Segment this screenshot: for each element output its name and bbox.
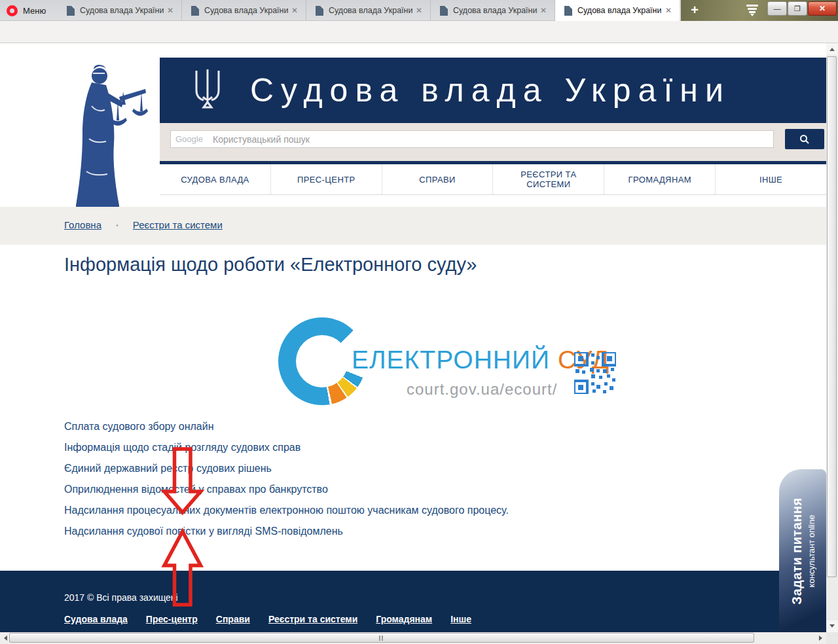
tab-title: Судова влада України — [329, 6, 413, 15]
link-email-documents[interactable]: Надсилання процесуальних документів елек… — [64, 505, 509, 516]
list-item: Єдиний державний реєстр судових рішень — [64, 458, 509, 479]
ecourt-services-list: Сплата судового збору онлайн Інформація … — [64, 416, 509, 542]
tab-close-icon[interactable]: ✕ — [413, 6, 425, 15]
list-item: Сплата судового збору онлайн — [64, 416, 509, 437]
browser-tab-1[interactable]: Судова влада України ✕ — [58, 0, 182, 21]
window-close-button[interactable]: ✕ — [808, 1, 837, 16]
footer-links: Судова влада Прес-центр Справи Реєстри т… — [64, 614, 471, 624]
tab-close-icon[interactable]: ✕ — [289, 6, 301, 15]
list-item: Надсилання судової повістки у вигляді SM… — [64, 521, 509, 542]
themis-statue-illustration — [63, 60, 151, 207]
footer-link-pres-centr[interactable]: Прес-центр — [146, 614, 198, 624]
ecourt-logo-url: court.gov.ua/ecourt/ — [407, 380, 557, 399]
opera-logo-icon — [7, 5, 18, 16]
link-bankruptcy-disclosure[interactable]: Оприлюднення відомостей у справах про ба… — [64, 484, 328, 495]
vertical-scrollbar[interactable] — [826, 43, 838, 632]
footer-link-sudova-vlada[interactable]: Судова влада — [64, 614, 128, 624]
link-court-decisions-registry[interactable]: Єдиний державний реєстр судових рішень — [64, 463, 272, 474]
nav-item-pres-centr[interactable]: ПРЕС-ЦЕНТР — [270, 164, 382, 194]
consultant-title: Задати питання — [790, 497, 805, 604]
footer-link-hromadianam[interactable]: Громадянам — [376, 614, 432, 624]
site-header: Судова влада України — [160, 58, 826, 123]
link-court-fee-online[interactable]: Сплата судового збору онлайн — [64, 421, 213, 432]
window-minimize-button[interactable]: — — [767, 1, 787, 16]
list-item: Надсилання процесуальних документів елек… — [64, 500, 509, 521]
page-favicon-icon — [316, 6, 323, 16]
breadcrumb-home-link[interactable]: Головна — [64, 219, 101, 230]
nav-item-inshe[interactable]: ІНШЕ — [715, 164, 826, 194]
opera-menu-button[interactable]: Меню — [7, 0, 46, 21]
site-search-input[interactable] — [170, 130, 774, 148]
page-favicon-icon — [191, 6, 199, 16]
footer-link-inshe[interactable]: Інше — [450, 614, 471, 624]
consultant-widget-text: Задати питання консультант online — [779, 469, 826, 632]
horizontal-scrollbar-thumb[interactable] — [9, 633, 754, 643]
browser-tab-bar: Меню Судова влада України ✕ Судова влада… — [0, 0, 838, 21]
search-icon — [799, 134, 810, 145]
opera-menu-label: Меню — [23, 6, 46, 16]
qr-code — [574, 352, 616, 394]
breadcrumb-strip: Головна • Реєстри та системи — [0, 207, 826, 245]
tab-close-icon[interactable]: ✕ — [537, 6, 549, 15]
nav-item-hromadianam[interactable]: ГРОМАДЯНАМ — [604, 164, 715, 194]
consultant-subtitle: консультант online — [807, 514, 816, 587]
horizontal-scrollbar[interactable] — [0, 632, 826, 644]
link-sms-summons[interactable]: Надсилання судової повістки у вигляді SM… — [64, 526, 343, 537]
browser-tab-3[interactable]: Судова влада України ✕ — [306, 0, 431, 21]
page-favicon-icon — [564, 6, 572, 16]
browser-tab-2[interactable]: Судова влада України ✕ — [182, 0, 306, 21]
ecourt-logo: ЕЛЕКТРОННИЙ СУД court.gov.ua/ecourt/ — [278, 317, 619, 412]
tab-title: Судова влада України — [453, 6, 537, 15]
browser-tab-5-active[interactable]: Судова влада України ✕ — [555, 0, 680, 21]
main-navigation: СУДОВА ВЛАДА ПРЕС-ЦЕНТР СПРАВИ РЕЄСТРИ Т… — [160, 161, 826, 195]
scrollbar-corner — [826, 632, 838, 644]
nav-item-reyestry-systemy[interactable]: РЕЄСТРИ ТА СИСТЕМИ — [492, 164, 604, 194]
list-item: Оприлюднення відомостей у справах про ба… — [64, 479, 509, 500]
window-maximize-button[interactable]: ❐ — [788, 1, 807, 16]
tryzub-trident-icon — [191, 68, 224, 113]
ecourt-logo-text: ЕЛЕКТРОННИЙ СУД — [352, 346, 610, 374]
tab-title: Судова влада України — [577, 6, 663, 15]
site-footer: 2017 © Всі права захищені Судова влада П… — [0, 571, 826, 632]
tab-close-icon[interactable]: ✕ — [663, 6, 674, 15]
online-consultant-widget[interactable]: Задати питання консультант online — [779, 469, 826, 632]
site-search-strip: Google — [160, 123, 826, 161]
breadcrumb-current-link[interactable]: Реєстри та системи — [133, 219, 223, 230]
tab-title: Судова влада України — [204, 6, 289, 15]
scroll-right-icon[interactable] — [816, 632, 826, 644]
copyright-text: 2017 © Всі права захищені — [64, 592, 178, 603]
browser-address-bar: VPN pp.ck.court.gov.ua/reyestri-ta-siste… — [0, 21, 838, 43]
tab-menu-icon[interactable] — [745, 4, 761, 17]
scroll-down-icon[interactable] — [826, 620, 838, 632]
footer-link-spravy[interactable]: Справи — [216, 614, 250, 624]
tab-close-icon[interactable]: ✕ — [164, 6, 176, 15]
new-tab-button[interactable]: + — [685, 3, 704, 18]
list-item: Інформація щодо стадій розгляду судових … — [64, 437, 509, 458]
browser-tab-4[interactable]: Судова влада України ✕ — [431, 0, 555, 21]
site-title: Судова влада України — [250, 58, 731, 123]
link-case-stages-info[interactable]: Інформація щодо стадій розгляду судових … — [64, 442, 301, 453]
nav-item-sudova-vlada[interactable]: СУДОВА ВЛАДА — [160, 164, 270, 194]
web-page: Судова влада України Google СУДОВА ВЛАДА… — [0, 43, 826, 632]
page-title: Інформація щодо роботи «Електронного суд… — [64, 254, 477, 276]
vertical-scrollbar-thumb[interactable] — [827, 56, 837, 577]
scroll-up-icon[interactable] — [826, 43, 838, 55]
breadcrumb: Головна • Реєстри та системи — [64, 219, 223, 230]
tab-title: Судова влада України — [80, 6, 164, 15]
page-favicon-icon — [67, 6, 75, 16]
site-search-button[interactable] — [785, 129, 824, 149]
breadcrumb-separator: • — [116, 221, 118, 229]
page-favicon-icon — [440, 6, 448, 16]
nav-item-spravy[interactable]: СПРАВИ — [382, 164, 493, 194]
footer-link-reyestry-systemy[interactable]: Реєстри та системи — [268, 614, 357, 624]
